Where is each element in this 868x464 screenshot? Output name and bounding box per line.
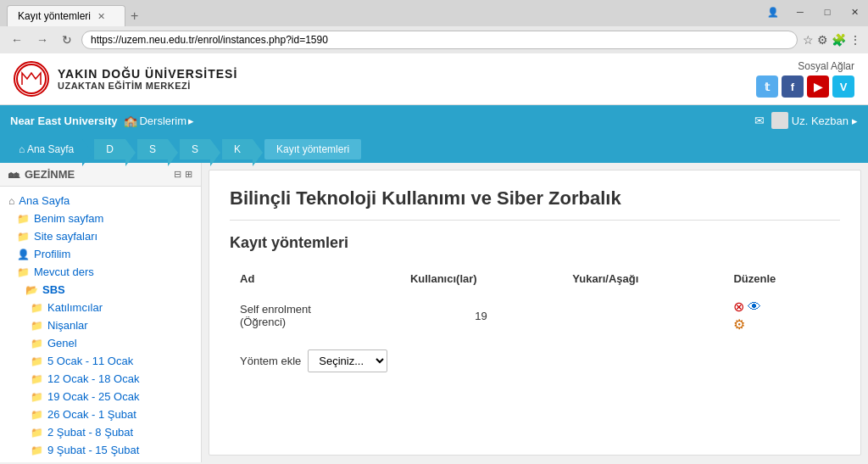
settings-icon[interactable]: ⚙ [733,316,745,333]
logo-text: YAKIN DOĞU ÜNİVERSİTESİ UZAKTAN EĞİTİM M… [58,67,237,91]
close-button[interactable]: ✕ [841,0,868,24]
youtube-icon[interactable]: ▶ [807,75,829,98]
sidebar-week4-label: 26 Ocak - 1 Şubat [47,408,136,421]
sidebar-item-current-course[interactable]: 📁 Mevcut ders [0,263,201,281]
sidebar-item-week6[interactable]: 📁 9 Şubat - 15 Şubat [0,441,201,459]
folder-icon-1: 📁 [17,213,30,225]
nav-user[interactable]: Uz. Kezban ▸ [771,112,858,129]
maximize-button[interactable]: □ [814,0,841,24]
breadcrumb-s2[interactable]: S [180,139,210,159]
tab-bar: Kayıt yöntemleri ✕ + 👤 ─ □ ✕ [0,0,868,26]
arrow-s2 [210,139,220,166]
user-name: Uz. Kezban [792,115,849,127]
table-header-row: Ad Kullanıcı(lar) Yukarı/Aşağı Düzenle [230,266,840,292]
enrollment-table: Ad Kullanıcı(lar) Yukarı/Aşağı Düzenle S… [230,266,840,339]
new-tab-button[interactable]: + [125,8,143,24]
enroll-updown [562,292,723,339]
sidebar-item-home[interactable]: ⌂ Ana Sayfa [0,192,201,210]
social-icons: 𝕥 f ▶ V [756,75,854,98]
folder-icon-11: 📁 [31,427,43,439]
sidebar-collapse-icon[interactable]: ⊟ [174,169,181,180]
sidebar-badges-label: Nişanlar [47,319,88,332]
sidebar-item-my-page[interactable]: 📁 Benim sayfam [0,210,201,227]
sidebar-item-sbs[interactable]: 📂 SBS [0,281,201,299]
enrollment-table-container: Ad Kullanıcı(lar) Yukarı/Aşağı Düzenle S… [230,266,840,339]
logo-area: YAKIN DOĞU ÜNİVERSİTESİ UZAKTAN EĞİTİM M… [14,61,237,97]
sidebar-week6-label: 9 Şubat - 15 Şubat [47,444,139,456]
tab-close-button[interactable]: ✕ [97,11,105,22]
sidebar-item-site-pages[interactable]: 📁 Site sayfaları [0,227,201,245]
sidebar-item-week4[interactable]: 📁 26 Ocak - 1 Şubat [0,405,201,423]
section-title: Kayıt yöntemleri [230,234,840,252]
vimeo-icon[interactable]: V [832,75,854,98]
sidebar-item-week1[interactable]: 📁 5 Ocak - 11 Ocak [0,352,201,370]
profile-button[interactable]: 👤 [760,0,787,24]
home-icon: ⌂ [8,195,14,207]
sidebar-item-week2[interactable]: 📁 12 Ocak - 18 Ocak [0,370,201,388]
breadcrumb-active-label: Kayıt yöntemleri [264,139,361,159]
sidebar-week5-label: 2 Şubat - 8 Şubat [47,426,133,439]
breadcrumb-active: Kayıt yöntemleri [264,139,361,159]
nav-left: Near East University 🏫 Derslerim ▸ [10,115,194,127]
edit-actions-2: ⚙ [733,316,830,333]
view-icon[interactable]: 👁 [748,299,761,315]
breadcrumb-home[interactable]: ⌂ Ana Sayfa [10,139,82,159]
sidebar-item-week7[interactable]: 📁 16 Şubat - 22 Şubat [0,459,201,462]
sidebar-item-profile[interactable]: 👤 Profilim [0,245,201,263]
nav-courses[interactable]: 🏫 Derslerim ▸ [124,115,194,127]
sidebar-item-general[interactable]: 📁 Genel [0,334,201,352]
sidebar-item-week5[interactable]: 📁 2 Şubat - 8 Şubat [0,423,201,441]
site-header: YAKIN DOĞU ÜNİVERSİTESİ UZAKTAN EĞİTİM M… [0,53,868,105]
remove-icon[interactable]: ⊗ [733,299,744,315]
courses-label: Derslerim [139,115,186,127]
sidebar-week2-label: 12 Ocak - 18 Ocak [47,372,139,385]
breadcrumb-home-arrow [82,139,92,166]
minimize-button[interactable]: ─ [787,0,814,24]
folder-icon-10: 📁 [31,409,43,421]
university-name-line2: UZAKTAN EĞİTİM MERKEZİ [58,81,237,91]
sidebar-expand-icon[interactable]: ⊞ [185,169,192,180]
arrow-d [125,139,136,166]
sidebar-item-week3[interactable]: 📁 19 Ocak - 25 Ocak [0,388,201,405]
courses-arrow: ▸ [188,115,194,127]
breadcrumb-home-link[interactable]: ⌂ Ana Sayfa [10,139,82,159]
nav-university[interactable]: Near East University [10,115,117,127]
sidebar-title-text: GEZİNME [25,168,75,181]
active-tab[interactable]: Kayıt yöntemleri ✕ [7,5,125,26]
settings-icon[interactable]: ⚙ [817,33,828,47]
url-input[interactable] [81,31,798,49]
breadcrumb-s1-label[interactable]: S [137,139,168,159]
logo-svg [15,63,47,95]
apps-icon[interactable]: ⋮ [849,33,861,47]
sidebar-item-participants[interactable]: 📁 Katılımcılar [0,299,201,316]
courses-icon: 🏫 [124,115,137,127]
folder-icon-7: 📁 [31,355,43,367]
sidebar-item-badges[interactable]: 📁 Nişanlar [0,316,201,334]
back-button[interactable]: ← [7,31,27,48]
sidebar-title: 🏘 GEZİNME [8,168,75,181]
logo-icon [14,61,49,97]
breadcrumb-k[interactable]: K [222,139,253,159]
add-method-label: Yöntem ekle [240,355,301,367]
folder-icon-3: 📁 [17,266,30,278]
facebook-icon[interactable]: f [782,75,804,98]
forward-button[interactable]: → [32,31,53,48]
user-avatar [771,112,788,129]
email-icon[interactable]: ✉ [754,114,765,127]
twitter-icon[interactable]: 𝕥 [756,75,778,98]
breadcrumb-s1[interactable]: S [137,139,168,159]
breadcrumb-k-label[interactable]: K [222,139,253,159]
breadcrumb-bar: ⌂ Ana Sayfa D S S K Kayıt yöntemleri [0,136,868,163]
sidebar-profile-label: Profilim [34,248,70,260]
folder-icon-12: 📁 [31,444,43,456]
sidebar-controls: ⊟ ⊞ [174,169,192,180]
breadcrumb-s2-label[interactable]: S [180,139,210,159]
enroll-name: Self enrolment(Öğrenci) [230,292,400,339]
extension-icon[interactable]: 🧩 [832,33,846,47]
breadcrumb-d[interactable]: D [94,139,125,159]
bookmark-icon[interactable]: ☆ [803,33,814,47]
breadcrumb-d-label[interactable]: D [94,139,125,159]
refresh-button[interactable]: ↻ [58,31,76,48]
address-bar: ← → ↻ ☆ ⚙ 🧩 ⋮ [0,26,868,53]
add-method-select[interactable]: Seçiniz... Yöntem 1 Yöntem 2 [308,349,387,372]
